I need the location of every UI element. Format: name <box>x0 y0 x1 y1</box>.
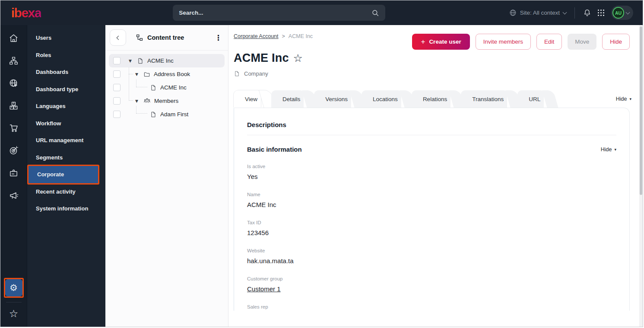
sidebar-item-dashboard-type[interactable]: Dashboard type <box>27 81 105 98</box>
edit-button[interactable]: Edit <box>536 34 562 50</box>
marketing-megaphone-icon[interactable] <box>6 188 21 203</box>
caret-down-icon: ▾ <box>629 97 631 101</box>
caret-down-icon[interactable]: ▼ <box>129 59 133 63</box>
field-label: Customer group <box>247 276 616 281</box>
search-icon <box>371 9 379 17</box>
action-buttons: + Create user Invite members Edit Move H… <box>412 34 630 50</box>
field-website: Website hak.una.mata.ta <box>247 248 616 264</box>
sidebar-item-workflow[interactable]: Workflow <box>27 115 105 132</box>
tab-bar: View Details Versions Locations Relation… <box>234 90 633 108</box>
field-label: Website <box>247 248 616 253</box>
tree-checkbox[interactable] <box>113 97 121 105</box>
settings-annotation-box: ⚙ <box>4 278 24 298</box>
notifications-bell-icon[interactable] <box>583 9 591 17</box>
sidebar-item-languages[interactable]: Languages <box>27 98 105 115</box>
tree-checkbox[interactable] <box>113 84 121 91</box>
kebab-menu-icon[interactable]: ⋮ <box>215 34 222 41</box>
site-icon[interactable] <box>6 76 21 90</box>
folder-icon <box>143 71 150 78</box>
field-label: Name <box>247 192 616 197</box>
sidebar-item-dashboards[interactable]: Dashboards <box>27 64 105 81</box>
sidebar-item-corporate[interactable]: Corporate <box>29 166 98 183</box>
tree-checkbox[interactable] <box>113 111 121 118</box>
field-customer-group: Customer group Customer 1 <box>247 276 616 293</box>
sidebar-item-system-information[interactable]: System information <box>27 200 105 217</box>
tab-versions[interactable]: Versions <box>314 90 355 108</box>
tab-relations[interactable]: Relations <box>412 90 455 108</box>
field-is-active: Is active Yes <box>247 164 616 180</box>
tree-node-acme-inc[interactable]: ▼ ACME Inc <box>109 54 225 67</box>
field-label: Is active <box>247 164 616 169</box>
ibexa-logo[interactable]: ibexa <box>11 6 41 19</box>
tab-translations[interactable]: Translations <box>461 90 511 108</box>
site-context-selector[interactable]: Site: All context <box>509 9 566 16</box>
tab-details[interactable]: Details <box>271 90 308 108</box>
global-search[interactable] <box>173 5 385 21</box>
tree-node-members[interactable]: ▼ Members <box>109 94 225 108</box>
caret-down-icon[interactable]: ▼ <box>135 99 140 103</box>
app-window: ibexa Site: All context AU <box>0 0 643 327</box>
create-user-button[interactable]: + Create user <box>412 34 470 50</box>
tree-node-adam-first[interactable]: Adam First <box>109 108 225 121</box>
main-content: Corporate Account > ACME Inc + Create us… <box>228 25 643 327</box>
field-label: Sales rep <box>247 304 616 309</box>
customer-portal-badge-icon[interactable] <box>6 166 21 180</box>
sidebar-item-segments[interactable]: Segments <box>27 149 105 166</box>
divider <box>6 302 22 303</box>
sidebar-item-recent-activity[interactable]: Recent activity <box>27 183 105 201</box>
content-type-row: Company <box>234 70 633 77</box>
breadcrumb-parent-link[interactable]: Corporate Account <box>234 33 279 39</box>
collapse-panel-button[interactable] <box>110 29 126 46</box>
tree-checkbox[interactable] <box>113 70 121 78</box>
sidebar-item-url-management[interactable]: URL management <box>27 132 105 149</box>
sidebar-item-roles[interactable]: Roles <box>27 47 105 64</box>
tab-content-panel: Descriptions Basic information Hide ▾ Is… <box>234 108 630 311</box>
bookmarks-star-icon[interactable]: ☆ <box>9 308 19 320</box>
customer-group-link[interactable]: Customer 1 <box>247 285 616 293</box>
vertical-scrollbar[interactable] <box>639 25 643 327</box>
field-value: ACME Inc <box>247 201 616 208</box>
section-title-descriptions: Descriptions <box>247 121 616 128</box>
field-value: Yes <box>247 173 616 180</box>
breadcrumb-separator: > <box>282 33 285 39</box>
content-structure-icon[interactable] <box>6 53 21 68</box>
content-tree-title: Content tree <box>147 34 184 41</box>
bookmark-star-icon[interactable]: ☆ <box>293 53 303 64</box>
divider <box>574 7 575 19</box>
document-icon <box>150 111 157 118</box>
sidebar-nav: Users Roles Dashboards Dashboard type La… <box>27 25 105 327</box>
topbar: ibexa Site: All context AU <box>0 0 643 25</box>
tab-view[interactable]: View <box>234 90 265 108</box>
sidebar-item-users[interactable]: Users <box>27 29 105 47</box>
tree-checkbox[interactable] <box>113 57 121 64</box>
field-label: Tax ID <box>247 220 616 225</box>
search-input[interactable] <box>179 10 371 16</box>
app-switcher-icon[interactable] <box>598 10 605 16</box>
product-catalog-icon[interactable] <box>6 98 21 113</box>
globe-icon <box>509 9 517 16</box>
invite-members-button[interactable]: Invite members <box>476 34 531 50</box>
document-icon <box>234 70 240 77</box>
field-name: Name ACME Inc <box>247 192 616 208</box>
tree-node-acme-inc-child[interactable]: ACME Inc <box>109 81 225 94</box>
tab-locations[interactable]: Locations <box>362 90 406 108</box>
personalization-target-icon[interactable] <box>6 143 21 158</box>
users-group-icon <box>143 97 151 105</box>
user-menu[interactable]: AU <box>611 6 633 20</box>
field-value: hak.una.mata.ta <box>247 257 616 264</box>
breadcrumb-current: ACME Inc <box>289 33 313 39</box>
commerce-cart-icon[interactable] <box>6 121 21 135</box>
scrollbar-thumb[interactable] <box>640 26 642 195</box>
move-button[interactable]: Move <box>568 34 596 50</box>
site-context-label: Site: All context <box>520 10 560 16</box>
basic-info-hide-toggle[interactable]: Hide ▾ <box>601 146 616 153</box>
tabs-hide-toggle[interactable]: Hide ▾ <box>616 96 631 102</box>
field-sales-rep: Sales rep <box>247 304 616 309</box>
home-icon[interactable] <box>6 31 21 45</box>
caret-down-icon[interactable]: ▼ <box>135 72 140 76</box>
settings-gear-icon[interactable]: ⚙ <box>5 279 22 296</box>
plus-icon: + <box>421 38 425 45</box>
tab-url[interactable]: URL <box>517 90 548 108</box>
tree-node-address-book[interactable]: ▼ Address Book <box>109 67 225 81</box>
hide-button[interactable]: Hide <box>602 34 630 50</box>
